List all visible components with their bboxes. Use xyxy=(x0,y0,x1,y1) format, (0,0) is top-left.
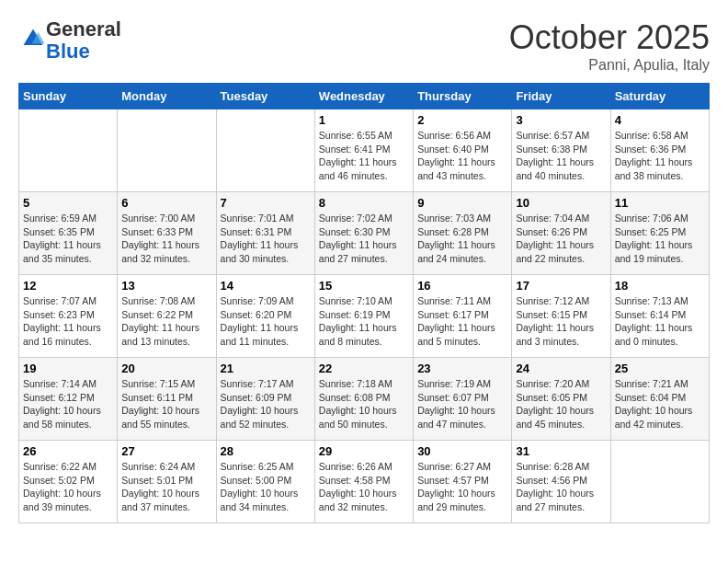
day-cell: 13Sunrise: 7:08 AM Sunset: 6:22 PM Dayli… xyxy=(118,275,216,358)
week-row-1: 1Sunrise: 6:55 AM Sunset: 6:41 PM Daylig… xyxy=(19,109,710,192)
day-cell xyxy=(19,109,118,192)
day-info: Sunrise: 7:06 AM Sunset: 6:25 PM Dayligh… xyxy=(615,212,705,266)
day-cell: 20Sunrise: 7:15 AM Sunset: 6:11 PM Dayli… xyxy=(118,358,216,441)
day-number: 10 xyxy=(516,196,606,210)
day-cell: 17Sunrise: 7:12 AM Sunset: 6:15 PM Dayli… xyxy=(512,275,610,358)
day-cell: 26Sunrise: 6:22 AM Sunset: 5:02 PM Dayli… xyxy=(19,441,118,523)
day-cell: 3Sunrise: 6:57 AM Sunset: 6:38 PM Daylig… xyxy=(512,109,610,192)
day-cell: 10Sunrise: 7:04 AM Sunset: 6:26 PM Dayli… xyxy=(512,192,610,275)
day-cell: 11Sunrise: 7:06 AM Sunset: 6:25 PM Dayli… xyxy=(610,192,709,275)
day-number: 5 xyxy=(23,196,113,210)
day-cell: 22Sunrise: 7:18 AM Sunset: 6:08 PM Dayli… xyxy=(314,358,413,441)
day-number: 29 xyxy=(319,444,409,458)
day-info: Sunrise: 7:17 AM Sunset: 6:09 PM Dayligh… xyxy=(221,377,311,431)
day-header-monday: Monday xyxy=(118,84,216,109)
day-info: Sunrise: 6:59 AM Sunset: 6:35 PM Dayligh… xyxy=(23,212,113,266)
day-cell: 31Sunrise: 6:28 AM Sunset: 4:56 PM Dayli… xyxy=(512,441,610,523)
title-area: October 2025 Panni, Apulia, Italy xyxy=(509,18,710,74)
day-cell: 4Sunrise: 6:58 AM Sunset: 6:36 PM Daylig… xyxy=(610,109,709,192)
day-header-wednesday: Wednesday xyxy=(314,84,413,109)
day-header-friday: Friday xyxy=(512,84,610,109)
day-info: Sunrise: 7:12 AM Sunset: 6:15 PM Dayligh… xyxy=(516,294,606,349)
day-header-tuesday: Tuesday xyxy=(216,84,314,109)
day-cell: 1Sunrise: 6:55 AM Sunset: 6:41 PM Daylig… xyxy=(314,109,413,192)
day-number: 28 xyxy=(221,444,311,458)
day-number: 26 xyxy=(23,444,113,458)
week-row-4: 19Sunrise: 7:14 AM Sunset: 6:12 PM Dayli… xyxy=(19,358,710,441)
day-info: Sunrise: 7:11 AM Sunset: 6:17 PM Dayligh… xyxy=(417,294,507,349)
day-number: 24 xyxy=(516,362,606,375)
day-cell: 18Sunrise: 7:13 AM Sunset: 6:14 PM Dayli… xyxy=(610,275,709,358)
week-row-2: 5Sunrise: 6:59 AM Sunset: 6:35 PM Daylig… xyxy=(19,192,710,275)
day-info: Sunrise: 6:55 AM Sunset: 6:41 PM Dayligh… xyxy=(319,129,409,183)
day-number: 14 xyxy=(221,279,311,293)
day-info: Sunrise: 7:04 AM Sunset: 6:26 PM Dayligh… xyxy=(516,212,606,266)
day-info: Sunrise: 7:01 AM Sunset: 6:31 PM Dayligh… xyxy=(221,212,311,266)
day-number: 16 xyxy=(417,279,507,293)
day-info: Sunrise: 7:21 AM Sunset: 6:04 PM Dayligh… xyxy=(615,377,705,431)
logo-blue: Blue xyxy=(46,40,90,63)
day-info: Sunrise: 7:09 AM Sunset: 6:20 PM Dayligh… xyxy=(221,294,311,349)
day-cell: 12Sunrise: 7:07 AM Sunset: 6:23 PM Dayli… xyxy=(19,275,118,358)
week-row-3: 12Sunrise: 7:07 AM Sunset: 6:23 PM Dayli… xyxy=(19,275,710,358)
day-number: 22 xyxy=(319,362,409,375)
day-cell: 19Sunrise: 7:14 AM Sunset: 6:12 PM Dayli… xyxy=(19,358,118,441)
day-cell: 27Sunrise: 6:24 AM Sunset: 5:01 PM Dayli… xyxy=(118,441,216,523)
day-info: Sunrise: 7:02 AM Sunset: 6:30 PM Dayligh… xyxy=(319,212,409,266)
day-cell: 15Sunrise: 7:10 AM Sunset: 6:19 PM Dayli… xyxy=(314,275,413,358)
day-number: 12 xyxy=(23,279,113,293)
day-cell: 23Sunrise: 7:19 AM Sunset: 6:07 PM Dayli… xyxy=(414,358,512,441)
day-info: Sunrise: 6:58 AM Sunset: 6:36 PM Dayligh… xyxy=(615,129,705,183)
day-header-sunday: Sunday xyxy=(19,84,118,109)
day-number: 27 xyxy=(121,444,211,458)
day-headers-row: SundayMondayTuesdayWednesdayThursdayFrid… xyxy=(19,84,710,109)
day-info: Sunrise: 7:19 AM Sunset: 6:07 PM Dayligh… xyxy=(417,377,507,431)
day-number: 13 xyxy=(121,279,211,293)
day-info: Sunrise: 7:07 AM Sunset: 6:23 PM Dayligh… xyxy=(23,294,113,349)
day-cell: 7Sunrise: 7:01 AM Sunset: 6:31 PM Daylig… xyxy=(216,192,314,275)
day-number: 21 xyxy=(221,362,311,375)
location-subtitle: Panni, Apulia, Italy xyxy=(509,57,710,74)
day-cell: 5Sunrise: 6:59 AM Sunset: 6:35 PM Daylig… xyxy=(19,192,118,275)
day-cell: 21Sunrise: 7:17 AM Sunset: 6:09 PM Dayli… xyxy=(216,358,314,441)
day-info: Sunrise: 7:18 AM Sunset: 6:08 PM Dayligh… xyxy=(319,377,409,431)
day-cell: 29Sunrise: 6:26 AM Sunset: 4:58 PM Dayli… xyxy=(314,441,413,523)
day-info: Sunrise: 6:56 AM Sunset: 6:40 PM Dayligh… xyxy=(417,129,507,183)
logo-icon xyxy=(20,26,46,52)
day-cell: 8Sunrise: 7:02 AM Sunset: 6:30 PM Daylig… xyxy=(314,192,413,275)
day-cell: 2Sunrise: 6:56 AM Sunset: 6:40 PM Daylig… xyxy=(414,109,512,192)
day-number: 9 xyxy=(417,196,507,210)
day-cell: 25Sunrise: 7:21 AM Sunset: 6:04 PM Dayli… xyxy=(610,358,709,441)
day-number: 25 xyxy=(615,362,705,375)
calendar-table: SundayMondayTuesdayWednesdayThursdayFrid… xyxy=(18,83,710,523)
logo-text: General Blue xyxy=(46,18,121,63)
day-cell: 14Sunrise: 7:09 AM Sunset: 6:20 PM Dayli… xyxy=(216,275,314,358)
day-cell: 30Sunrise: 6:27 AM Sunset: 4:57 PM Dayli… xyxy=(414,441,512,523)
day-info: Sunrise: 7:10 AM Sunset: 6:19 PM Dayligh… xyxy=(319,294,409,349)
day-number: 31 xyxy=(516,444,606,458)
day-number: 11 xyxy=(615,196,705,210)
logo: General Blue xyxy=(18,18,121,63)
logo-general: General xyxy=(46,17,121,40)
day-number: 23 xyxy=(417,362,507,375)
day-cell xyxy=(118,109,216,192)
day-number: 1 xyxy=(319,113,409,127)
day-cell: 24Sunrise: 7:20 AM Sunset: 6:05 PM Dayli… xyxy=(512,358,610,441)
day-info: Sunrise: 7:14 AM Sunset: 6:12 PM Dayligh… xyxy=(23,377,113,431)
week-row-5: 26Sunrise: 6:22 AM Sunset: 5:02 PM Dayli… xyxy=(19,441,710,523)
day-info: Sunrise: 6:26 AM Sunset: 4:58 PM Dayligh… xyxy=(319,460,409,514)
day-header-thursday: Thursday xyxy=(414,84,512,109)
day-cell xyxy=(216,109,314,192)
day-info: Sunrise: 7:20 AM Sunset: 6:05 PM Dayligh… xyxy=(516,377,606,431)
day-cell: 6Sunrise: 7:00 AM Sunset: 6:33 PM Daylig… xyxy=(118,192,216,275)
day-number: 3 xyxy=(516,113,606,127)
day-info: Sunrise: 6:27 AM Sunset: 4:57 PM Dayligh… xyxy=(417,460,507,514)
day-number: 18 xyxy=(615,279,705,293)
day-cell: 16Sunrise: 7:11 AM Sunset: 6:17 PM Dayli… xyxy=(414,275,512,358)
month-title: October 2025 xyxy=(509,18,710,57)
day-cell: 28Sunrise: 6:25 AM Sunset: 5:00 PM Dayli… xyxy=(216,441,314,523)
day-info: Sunrise: 6:25 AM Sunset: 5:00 PM Dayligh… xyxy=(221,460,311,514)
day-number: 7 xyxy=(221,196,311,210)
day-number: 6 xyxy=(121,196,211,210)
day-info: Sunrise: 6:22 AM Sunset: 5:02 PM Dayligh… xyxy=(23,460,113,514)
